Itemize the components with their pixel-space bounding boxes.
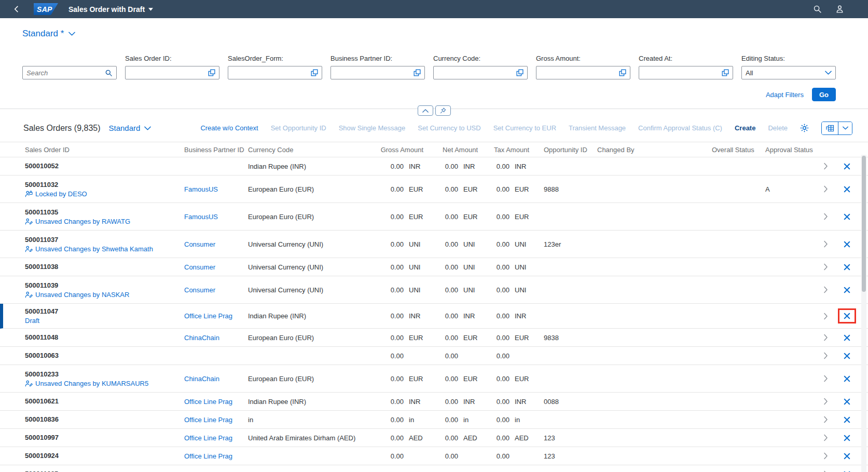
amount-cell: 0.00AED [478,434,529,442]
table-row[interactable]: 500011035Unsaved Changes by RAWATG Famou… [0,203,868,231]
adapt-filters-button[interactable]: Adapt Filters [766,91,804,99]
go-button[interactable]: Go [812,88,836,101]
row-delete-button[interactable] [844,353,850,359]
business-partner-link[interactable]: Office Line Prag [184,416,232,424]
row-navigation-button[interactable] [823,163,828,170]
amount-cell: 0.00 [363,352,423,360]
row-delete-button[interactable] [844,334,850,341]
value-help-icon[interactable] [516,69,523,76]
create-button[interactable]: Create [735,124,755,132]
table-settings-button[interactable] [800,124,809,132]
row-delete-button[interactable] [844,213,850,220]
row-navigation-button[interactable] [823,286,828,293]
create-w-o-context-button[interactable]: Create w/o Context [200,124,258,132]
collapse-filter-bar-button[interactable] [418,105,433,116]
row-delete-button[interactable] [844,375,850,382]
row-navigation-button[interactable] [823,313,828,320]
table-row[interactable]: 500011025 [0,465,868,472]
table-variant-selector[interactable]: Standard [109,124,151,132]
row-delete-button[interactable] [844,398,850,405]
scrollbar-thumb[interactable] [862,156,866,292]
business-partner-link[interactable]: Consumer [184,240,215,248]
shell-search-button[interactable] [813,5,822,14]
pin-filter-bar-button[interactable] [435,105,451,116]
table-row[interactable]: 500010924 Office Line Prag 0.000.000.00 … [0,447,868,465]
vertical-scrollbar[interactable] [861,155,866,472]
filter-input[interactable] [540,69,617,77]
filter-input[interactable] [232,69,309,77]
profile-button[interactable] [835,5,844,14]
row-delete-button[interactable] [844,416,850,423]
business-partner-link[interactable]: FamousUS [184,185,218,193]
filter-input[interactable] [643,69,720,77]
table-row[interactable]: 500010621 Office Line Prag Indian Rupee … [0,393,868,411]
row-delete-button[interactable] [844,453,850,460]
highlighted-delete-target [838,308,856,323]
row-delete-button[interactable] [844,241,850,248]
value-help-icon[interactable] [619,69,626,76]
editing-status-select[interactable]: All [741,66,836,79]
table-row[interactable]: 500011047Draft Office Line Prag Indian R… [0,304,868,329]
row-navigation-button[interactable] [823,240,828,248]
row-navigation-button[interactable] [823,416,828,423]
amount-cell: 0.00 [478,452,529,460]
row-navigation-button[interactable] [823,185,828,193]
table-row[interactable]: 500011048 ChinaChain European Euro (EUR)… [0,329,868,347]
business-partner-link[interactable]: Office Line Prag [184,452,232,460]
value-help-icon[interactable] [414,69,421,76]
filter-input-box [125,66,219,79]
table-row[interactable]: 500011039Unsaved Changes by NASKAR Consu… [0,276,868,304]
export-menu-button[interactable] [838,122,852,134]
business-partner-link[interactable]: Consumer [184,263,215,271]
table-row[interactable]: 500010233Unsaved Changes by KUMARSAUR5 C… [0,365,868,393]
row-navigation-button[interactable] [823,213,828,220]
row-navigation-button[interactable] [823,263,828,271]
row-delete-button[interactable] [844,163,850,170]
export-button[interactable] [822,122,838,134]
business-partner-link[interactable]: Office Line Prag [184,398,232,406]
row-navigation-button[interactable] [823,334,828,341]
table-row[interactable]: 500011032Locked by DESO FamousUS Europea… [0,176,868,203]
sales-order-id: 500010052 [25,162,184,170]
table-row[interactable]: 500011038 Consumer Universal Currency (U… [0,258,868,276]
row-navigation-button[interactable] [823,375,828,382]
filter-input[interactable] [129,69,206,77]
filter-input[interactable] [437,69,514,77]
row-navigation-button[interactable] [823,434,828,441]
row-chevron-icon [823,398,828,405]
filter-label: Business Partner ID: [330,55,425,63]
amount-cell: 0.00in [423,416,478,424]
table-row[interactable]: 500010997 Office Line Prag United Arab E… [0,429,868,447]
table-row[interactable]: 500010836 Office Line Prag in 0.00in0.00… [0,411,868,429]
row-delete-button[interactable] [844,264,850,271]
row-delete-button[interactable] [844,287,850,293]
page-variant-selector[interactable]: Standard * [22,29,75,39]
row-navigation-button[interactable] [823,398,828,405]
row-chevron-icon [823,240,828,248]
business-partner-link[interactable]: Office Line Prag [184,312,232,320]
business-partner-link[interactable]: Consumer [184,286,215,294]
business-partner-link[interactable]: Office Line Prag [184,434,232,442]
amount-cell: 0.00UNI [423,286,478,294]
value-help-icon[interactable] [311,69,318,76]
business-partner-link[interactable]: FamousUS [184,213,218,221]
sap-logo[interactable]: SAP [34,3,58,15]
search-input[interactable] [26,69,103,77]
app-title-menu[interactable]: Sales Order with Draft [68,5,153,14]
sales-order-id-cell: 500010052 [16,162,184,170]
business-partner-link[interactable]: ChinaChain [184,375,219,383]
row-delete-button[interactable] [844,435,850,441]
table-row[interactable]: 500010063 0.000.000.00 [0,347,868,365]
row-delete-button[interactable] [844,186,850,193]
value-help-icon[interactable] [208,69,215,76]
row-navigation-button[interactable] [823,352,828,359]
row-delete-button[interactable] [844,313,850,319]
row-navigation-button[interactable] [823,452,828,460]
table-row[interactable]: 500011037Unsaved Changes by Shwetha Kama… [0,231,868,258]
back-button[interactable] [10,3,22,15]
filter-input[interactable] [335,69,411,77]
magnifier-icon[interactable] [105,69,113,77]
value-help-icon[interactable] [722,69,729,76]
business-partner-link[interactable]: ChinaChain [184,334,219,342]
table-row[interactable]: 500010052 Indian Rupee (INR) 0.00INR0.00… [0,157,868,176]
